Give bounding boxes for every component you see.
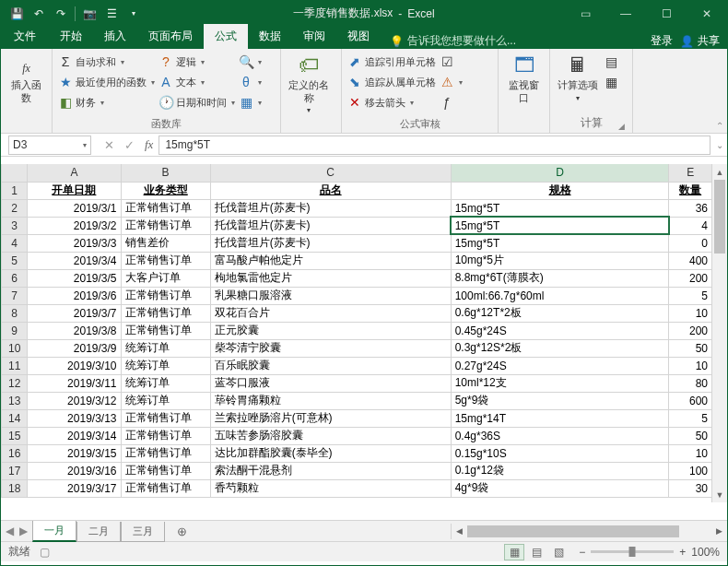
cell[interactable]: 2019/3/9: [28, 339, 121, 357]
cell[interactable]: 400: [669, 252, 712, 269]
row-header[interactable]: 10: [2, 339, 28, 357]
cell[interactable]: 0.3g*12S*2板: [451, 339, 669, 357]
redo-icon[interactable]: ↷: [51, 4, 71, 24]
row-header[interactable]: 16: [2, 444, 28, 462]
cell[interactable]: 五味苦参肠溶胶囊: [210, 427, 451, 444]
defined-names-button[interactable]: 🏷 定义的名称 ▾: [287, 52, 331, 116]
cell[interactable]: 15mg*5T: [451, 234, 669, 252]
cell[interactable]: 0.1g*12袋: [451, 462, 669, 479]
cancel-formula-icon[interactable]: ✕: [99, 138, 119, 152]
show-formulas-button[interactable]: ☑: [440, 52, 463, 72]
row-header[interactable]: 3: [2, 217, 28, 234]
cell[interactable]: 10: [669, 357, 712, 374]
cell[interactable]: 5: [669, 287, 712, 304]
cell[interactable]: 2019/3/15: [28, 444, 121, 462]
fx-icon[interactable]: fx: [145, 137, 153, 152]
cell[interactable]: 兰索拉唑肠溶片(可意林): [210, 409, 451, 427]
scroll-up-icon[interactable]: ▲: [712, 164, 727, 180]
row-header[interactable]: 1: [2, 182, 28, 199]
login-button[interactable]: 登录: [651, 33, 673, 49]
cell[interactable]: 规格: [451, 182, 669, 199]
cell[interactable]: 0.4g*36S: [451, 427, 669, 444]
math-button[interactable]: θ▾: [239, 72, 262, 92]
evaluate-formula-button[interactable]: ƒ: [440, 92, 463, 112]
zoom-out-button[interactable]: −: [579, 546, 585, 559]
tab-formulas[interactable]: 公式: [204, 24, 248, 49]
cell[interactable]: 4: [669, 217, 712, 234]
row-header[interactable]: 9: [2, 322, 28, 339]
cell[interactable]: 2019/3/3: [28, 234, 121, 252]
cell[interactable]: 10: [669, 444, 712, 462]
remove-arrows-button[interactable]: ✕移去箭头▾: [347, 92, 436, 112]
cell[interactable]: 2019/3/12: [28, 392, 121, 409]
cell[interactable]: 统筹订单: [121, 374, 210, 392]
cell[interactable]: 正常销售订单: [121, 444, 210, 462]
chevron-down-icon[interactable]: ▾: [83, 141, 87, 149]
cell[interactable]: 正常销售订单: [121, 427, 210, 444]
cell[interactable]: 统筹订单: [121, 339, 210, 357]
cell[interactable]: 8.8mg*6T(薄膜衣): [451, 269, 669, 287]
lookup-button[interactable]: 🔍▾: [239, 52, 262, 72]
cell[interactable]: 100ml:66.7g*60ml: [451, 287, 669, 304]
financial-button[interactable]: ◧财务▾: [58, 92, 155, 112]
cell[interactable]: 0: [669, 234, 712, 252]
dialog-launcher-icon[interactable]: ◢: [618, 122, 625, 131]
cell[interactable]: 2019/3/7: [28, 304, 121, 322]
scroll-down-icon[interactable]: ▼: [712, 487, 727, 502]
cell[interactable]: 正常销售订单: [121, 479, 210, 497]
logical-button[interactable]: ?逻辑▾: [159, 52, 235, 72]
save-icon[interactable]: 💾: [6, 4, 27, 24]
col-header-C[interactable]: C: [210, 164, 451, 182]
cell[interactable]: 双花百合片: [210, 304, 451, 322]
scroll-left-icon[interactable]: ◀: [452, 526, 467, 536]
cell[interactable]: 正常销售订单: [121, 199, 210, 217]
minimize-icon[interactable]: —: [605, 1, 646, 26]
qat-dropdown-icon[interactable]: ▾: [123, 4, 144, 24]
row-header[interactable]: 5: [2, 252, 28, 269]
row-header[interactable]: 8: [2, 304, 28, 322]
cell[interactable]: 蓝芩口服液: [210, 374, 451, 392]
spreadsheet-grid[interactable]: A B C D E 1开单日期业务类型品名规格数量22019/3/1正常销售订单…: [1, 164, 712, 498]
cell[interactable]: 30: [669, 479, 712, 497]
row-header[interactable]: 18: [2, 479, 28, 497]
cell[interactable]: 2019/3/6: [28, 287, 121, 304]
cell[interactable]: 达比加群酯胶囊(泰毕全): [210, 444, 451, 462]
cell[interactable]: 4g*9袋: [451, 479, 669, 497]
row-header[interactable]: 2: [2, 199, 28, 217]
cell[interactable]: 2019/3/4: [28, 252, 121, 269]
tab-file[interactable]: 文件: [1, 24, 49, 49]
tab-page-layout[interactable]: 页面布局: [137, 24, 204, 49]
row-header[interactable]: 14: [2, 409, 28, 427]
cell[interactable]: 荜铃胃痛颗粒: [210, 392, 451, 409]
cell[interactable]: 统筹订单: [121, 357, 210, 374]
cell[interactable]: 2019/3/10: [28, 357, 121, 374]
sheet-nav[interactable]: ◀▶: [1, 525, 32, 537]
prev-sheet-icon[interactable]: ◀: [6, 525, 14, 537]
cell[interactable]: 2019/3/13: [28, 409, 121, 427]
trace-dependents-button[interactable]: ⬊追踪从属单元格: [347, 72, 436, 92]
cell[interactable]: 2019/3/2: [28, 217, 121, 234]
tab-view[interactable]: 视图: [336, 24, 381, 49]
scroll-thumb[interactable]: [467, 525, 679, 537]
cell[interactable]: 正元胶囊: [210, 322, 451, 339]
trace-precedents-button[interactable]: ⬈追踪引用单元格: [347, 52, 436, 72]
cell[interactable]: 200: [669, 322, 712, 339]
cell[interactable]: 5: [669, 409, 712, 427]
calc-now-button[interactable]: ▤: [604, 52, 618, 72]
cell[interactable]: 业务类型: [121, 182, 210, 199]
more-functions-button[interactable]: ▦▾: [239, 92, 262, 112]
collapse-ribbon-icon[interactable]: ⌃: [716, 121, 723, 131]
cell[interactable]: 富马酸卢帕他定片: [210, 252, 451, 269]
camera-icon[interactable]: 📷: [79, 4, 100, 24]
row-header[interactable]: 13: [2, 392, 28, 409]
cell[interactable]: 2019/3/11: [28, 374, 121, 392]
cell[interactable]: 正常销售订单: [121, 304, 210, 322]
cell[interactable]: 80: [669, 374, 712, 392]
cell[interactable]: 正常销售订单: [121, 409, 210, 427]
recent-functions-button[interactable]: ★最近使用的函数▾: [58, 72, 155, 92]
view-page-layout-button[interactable]: ▤: [526, 544, 546, 560]
cell[interactable]: 乳果糖口服溶液: [210, 287, 451, 304]
row-header[interactable]: 17: [2, 462, 28, 479]
row-header[interactable]: 7: [2, 287, 28, 304]
expand-formula-bar-icon[interactable]: ⌄: [716, 140, 723, 150]
